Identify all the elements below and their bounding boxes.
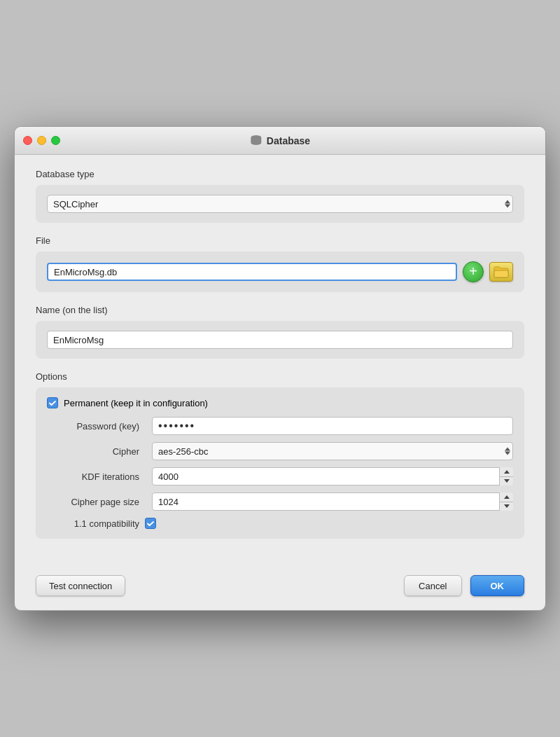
compat-row: 1.1 compatibility [47, 518, 513, 529]
name-section [36, 321, 524, 359]
kdf-spinner-wrapper [152, 467, 513, 485]
file-label: File [36, 235, 524, 246]
page-size-decrement-button[interactable] [500, 502, 513, 511]
db-type-select[interactable]: SQLCipher [47, 195, 513, 213]
page-size-spinner-wrapper [152, 493, 513, 511]
page-size-spinner-arrows [499, 493, 513, 511]
cipher-label: Cipher [47, 446, 145, 457]
permanent-checkbox[interactable] [47, 397, 58, 408]
cancel-button[interactable]: Cancel [404, 575, 461, 596]
kdf-input[interactable] [152, 467, 513, 485]
options-section: Permanent (keep it in configuration) Pas… [36, 387, 524, 539]
kdf-decrement-button[interactable] [500, 477, 513, 486]
maximize-button[interactable] [51, 136, 60, 145]
minimize-button[interactable] [37, 136, 46, 145]
password-label: Password (key) [47, 421, 145, 432]
page-size-up-icon [504, 495, 510, 499]
close-button[interactable] [23, 136, 32, 145]
permanent-row: Permanent (keep it in configuration) [47, 397, 513, 408]
folder-icon [493, 266, 509, 278]
database-dialog: Database Database type SQLCipher File [14, 126, 546, 611]
page-size-increment-button[interactable] [500, 493, 513, 502]
kdf-label: KDF iterations [47, 471, 145, 482]
compat-text-label: 1.1 compatibility [47, 518, 145, 529]
kdf-down-icon [504, 479, 510, 483]
password-input[interactable] [152, 417, 513, 435]
options-form: Password (key) Cipher aes-256-cbc aes-12… [47, 417, 513, 511]
plus-icon: + [469, 264, 477, 278]
traffic-lights [23, 136, 60, 145]
titlebar: Database [15, 127, 545, 155]
file-row: + [47, 261, 513, 282]
cipher-select-wrapper: aes-256-cbc aes-128-cbc aes-256-gcm [152, 442, 513, 460]
test-connection-button[interactable]: Test connection [36, 575, 125, 596]
permanent-label: Permanent (keep it in configuration) [64, 398, 208, 408]
add-file-button[interactable]: + [463, 261, 484, 282]
name-label: Name (on the list) [36, 305, 524, 315]
dialog-footer: Test connection Cancel OK [15, 568, 545, 610]
page-size-down-icon [504, 504, 510, 508]
dialog-content: Database type SQLCipher File + [15, 155, 545, 568]
name-input[interactable] [47, 331, 513, 349]
page-size-input[interactable] [152, 493, 513, 511]
page-size-label: Cipher page size [47, 497, 145, 507]
ok-button[interactable]: OK [470, 575, 525, 596]
database-icon [250, 135, 262, 147]
kdf-increment-button[interactable] [500, 467, 513, 477]
file-section: + [36, 252, 524, 292]
kdf-spinner-arrows [499, 467, 513, 485]
db-type-section: SQLCipher [36, 185, 524, 223]
compat-checkbox[interactable] [145, 518, 156, 529]
browse-button[interactable] [489, 262, 513, 282]
checkmark-icon [49, 401, 56, 406]
db-type-select-wrapper: SQLCipher [47, 195, 513, 213]
cipher-select[interactable]: aes-256-cbc aes-128-cbc aes-256-gcm [152, 442, 513, 460]
db-type-label: Database type [36, 169, 524, 179]
compat-checkmark-icon [147, 521, 154, 526]
window-title: Database [250, 135, 310, 147]
kdf-up-icon [504, 470, 510, 474]
file-input[interactable] [47, 263, 457, 281]
options-label: Options [36, 371, 524, 382]
